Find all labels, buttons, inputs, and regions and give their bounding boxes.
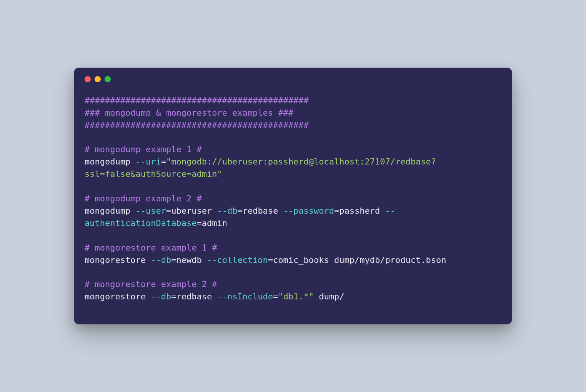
operator-text: = (171, 292, 176, 301)
window-titlebar (74, 68, 512, 85)
code-block: ########################################… (74, 85, 512, 324)
operator-text: = (273, 292, 278, 301)
command-text: mongorestore (85, 255, 151, 265)
operator-text: = (237, 206, 242, 216)
value-text: comic_books dump/mydb/product.bson (273, 255, 446, 265)
operator-text: = (334, 206, 339, 216)
close-icon[interactable] (85, 76, 91, 82)
comment-line: # mongodump example 1 # (85, 145, 202, 154)
operator-text: = (166, 206, 171, 216)
value-text: dump/ (314, 292, 344, 301)
value-text: newdb (176, 255, 206, 265)
comment-line: ### mongodump & mongorestore examples ##… (85, 108, 293, 118)
value-text: uberuser (171, 206, 217, 216)
command-text: mongodump (85, 206, 135, 216)
maximize-icon[interactable] (105, 76, 111, 82)
value-text: passherd (339, 206, 385, 216)
operator-text: = (171, 255, 176, 265)
operator-text: = (161, 157, 166, 166)
minimize-icon[interactable] (95, 76, 101, 82)
flag-text: --password (283, 206, 334, 216)
operator-text: = (268, 255, 273, 265)
value-text: admin (202, 218, 227, 228)
flag-text: --db (151, 292, 171, 301)
comment-line: ########################################… (85, 96, 309, 105)
comment-line: # mongorestore example 1 # (85, 243, 217, 252)
flag-text: --db (217, 206, 237, 216)
comment-line: # mongorestore example 2 # (85, 279, 217, 289)
string-text: "db1.*" (278, 292, 314, 301)
flag-text: --db (151, 255, 171, 265)
comment-line: ########################################… (85, 120, 309, 130)
flag-text: --nsInclude (217, 292, 273, 301)
flag-text: --collection (207, 255, 268, 265)
value-text: redbase (243, 206, 283, 216)
comment-line: # mongodump example 2 # (85, 194, 202, 203)
flag-text: --uri (135, 157, 161, 166)
terminal-window: ########################################… (74, 68, 512, 324)
value-text: redbase (176, 292, 217, 301)
flag-text: --user (135, 206, 166, 216)
command-text: mongorestore (85, 292, 151, 301)
operator-text: = (196, 218, 201, 228)
command-text: mongodump (85, 157, 135, 166)
